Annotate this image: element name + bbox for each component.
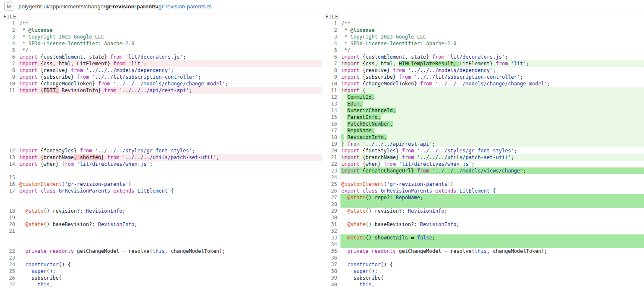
line-number[interactable]: 13 (0, 154, 18, 161)
line-number[interactable]: 35 (322, 248, 340, 255)
diff-row: 26 subscribe( (0, 275, 322, 281)
line-number[interactable]: 4 (0, 40, 18, 47)
line-number[interactable]: 23 (322, 167, 340, 174)
code-line: constructor() { (18, 261, 322, 268)
line-number[interactable]: 27 (322, 194, 340, 201)
diff-row: 35 private readonly getChangeModel = res… (322, 248, 644, 255)
line-number[interactable]: 29 (322, 208, 340, 214)
line-number (0, 201, 18, 208)
line-number[interactable]: 22 (322, 161, 340, 167)
line-number[interactable]: 9 (322, 74, 340, 80)
file-path-link[interactable]: gr-revision-parents.ts (158, 3, 212, 10)
line-number[interactable]: 17 (322, 127, 340, 134)
line-number[interactable]: 15 (0, 174, 18, 181)
line-number[interactable]: 27 (0, 281, 18, 288)
diff-view: M polygerrit-ui/app/elements/change/gr-r… (0, 0, 644, 288)
file-section-label-right: FILE (322, 13, 644, 20)
code-line: CommitId, (340, 94, 644, 100)
line-number[interactable]: 5 (322, 47, 340, 54)
line-number[interactable]: 12 (322, 94, 340, 100)
diff-row: 36 (322, 255, 644, 261)
line-number[interactable]: 37 (322, 261, 340, 268)
line-number[interactable]: 28 (322, 201, 340, 208)
line-number[interactable]: 12 (0, 147, 18, 154)
code-line: import {css, html, LitElement} from 'lit… (18, 60, 322, 67)
line-number[interactable]: 2 (0, 27, 18, 33)
diff-row: 22 private readonly getChangeModel = res… (0, 248, 322, 255)
line-number[interactable]: 15 (322, 114, 340, 121)
line-number[interactable]: 11 (0, 87, 18, 94)
line-number[interactable]: 40 (322, 281, 340, 288)
diff-row: 34 (322, 241, 644, 248)
line-number[interactable]: 6 (322, 54, 340, 60)
code-line: PatchSetNumber, (340, 121, 644, 127)
file-status-chip: M (4, 3, 13, 11)
diff-row: 20import {fontStyles} from '../../../sty… (322, 147, 644, 154)
line-number[interactable]: 11 (322, 87, 340, 94)
line-number[interactable]: 30 (322, 214, 340, 221)
line-number[interactable]: 18 (322, 134, 340, 141)
line-number[interactable]: 1 (0, 20, 18, 27)
line-number[interactable]: 19 (322, 141, 340, 147)
code-line (18, 228, 322, 234)
code-line: import {fontStyles} from '../../../style… (18, 147, 322, 154)
line-number[interactable]: 26 (0, 275, 18, 281)
line-number[interactable]: 21 (0, 228, 18, 234)
line-number[interactable]: 7 (322, 60, 340, 67)
line-number[interactable]: 2 (322, 27, 340, 33)
code-line: import {branchName, shorten} from '../..… (18, 154, 322, 161)
line-number[interactable]: 25 (322, 181, 340, 188)
line-number[interactable]: 7 (0, 60, 18, 67)
line-number[interactable]: 20 (322, 147, 340, 154)
line-number[interactable]: 31 (322, 221, 340, 228)
line-number[interactable]: 23 (0, 255, 18, 261)
line-number[interactable]: 25 (0, 268, 18, 275)
line-number[interactable]: 18 (0, 208, 18, 214)
line-number[interactable]: 14 (0, 161, 18, 167)
line-number[interactable]: 26 (322, 188, 340, 194)
line-number[interactable]: 16 (322, 121, 340, 127)
line-number[interactable]: 4 (322, 40, 340, 47)
code-line: * @license (340, 27, 644, 33)
line-number[interactable]: 5 (0, 47, 18, 54)
code-line: @state() baseRevision?: RevisionInfo; (18, 221, 322, 228)
line-number[interactable]: 3 (0, 33, 18, 40)
code-line (340, 174, 644, 181)
line-number[interactable]: 14 (322, 107, 340, 114)
line-number[interactable]: 24 (322, 174, 340, 181)
line-number[interactable]: 19 (0, 214, 18, 221)
line-number[interactable]: 16 (0, 181, 18, 188)
line-number[interactable]: 22 (0, 248, 18, 255)
code-line: constructor() { (340, 261, 644, 268)
line-number[interactable]: 33 (322, 234, 340, 241)
code-line (18, 141, 322, 147)
diff-row: 24 constructor() { (0, 261, 322, 268)
line-number[interactable]: 38 (322, 268, 340, 275)
line-number[interactable]: 6 (0, 54, 18, 60)
line-number[interactable]: 17 (0, 188, 18, 194)
line-number[interactable]: 34 (322, 241, 340, 248)
diff-row (0, 94, 322, 100)
line-number[interactable]: 36 (322, 255, 340, 261)
diff-row: 20 @state() baseRevision?: RevisionInfo; (0, 221, 322, 228)
line-number[interactable]: 13 (322, 100, 340, 107)
diff-row: 12import {fontStyles} from '../../../sty… (0, 147, 322, 154)
diff-row (0, 141, 322, 147)
code-line (18, 167, 322, 174)
line-number[interactable]: 39 (322, 275, 340, 281)
line-number (0, 134, 18, 141)
code-line: @customElement('gr-revision-parents') (340, 181, 644, 188)
line-number[interactable]: 10 (0, 80, 18, 87)
line-number[interactable]: 10 (322, 80, 340, 87)
line-number[interactable]: 20 (0, 221, 18, 228)
code-line: private readonly getChangeModel = resolv… (340, 248, 644, 255)
diff-row (0, 121, 322, 127)
line-number[interactable]: 21 (322, 154, 340, 161)
line-number[interactable]: 8 (0, 67, 18, 74)
line-number[interactable]: 24 (0, 261, 18, 268)
line-number[interactable]: 9 (0, 74, 18, 80)
line-number[interactable]: 3 (322, 33, 340, 40)
line-number[interactable]: 32 (322, 228, 340, 234)
line-number[interactable]: 8 (322, 67, 340, 74)
line-number[interactable]: 1 (322, 20, 340, 27)
